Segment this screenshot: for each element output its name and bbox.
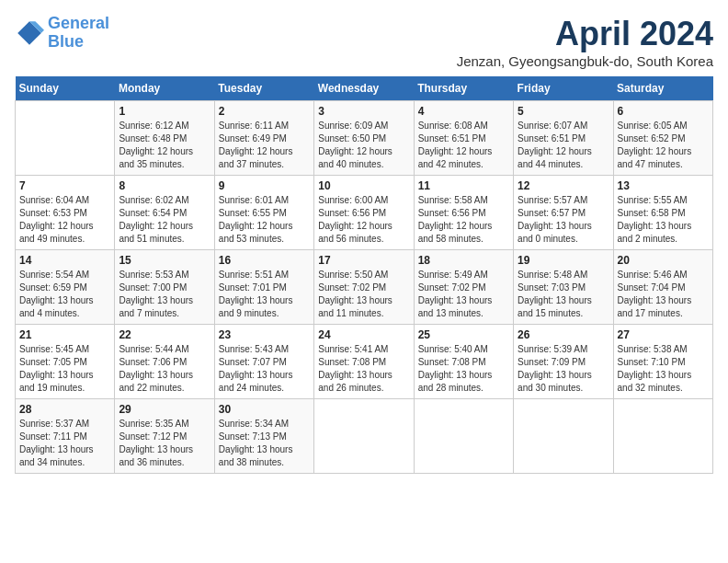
day-number: 27 (618, 328, 709, 341)
day-info: Sunrise: 5:51 AMSunset: 7:01 PMDaylight:… (219, 269, 310, 320)
header-cell-friday: Friday (514, 76, 613, 101)
header-row: SundayMondayTuesdayWednesdayThursdayFrid… (16, 76, 713, 101)
logo-icon (15, 18, 44, 48)
day-cell: 4Sunrise: 6:08 AMSunset: 6:51 PMDaylight… (414, 101, 513, 176)
day-number: 5 (518, 105, 609, 118)
day-number: 16 (219, 254, 310, 267)
day-info: Sunrise: 6:09 AMSunset: 6:50 PMDaylight:… (318, 120, 409, 171)
day-cell: 11Sunrise: 5:58 AMSunset: 6:56 PMDayligh… (414, 176, 513, 250)
week-row-4: 28Sunrise: 5:37 AMSunset: 7:11 PMDayligh… (16, 399, 713, 474)
day-number: 6 (618, 105, 709, 118)
calendar-header: SundayMondayTuesdayWednesdayThursdayFrid… (16, 76, 713, 101)
day-cell: 20Sunrise: 5:46 AMSunset: 7:04 PMDayligh… (613, 250, 712, 325)
day-cell: 18Sunrise: 5:49 AMSunset: 7:02 PMDayligh… (414, 250, 513, 325)
day-number: 23 (219, 328, 310, 341)
page-header: General Blue April 2024 Jenzan, Gyeongsa… (15, 15, 713, 69)
day-number: 3 (318, 105, 409, 118)
day-cell: 24Sunrise: 5:41 AMSunset: 7:08 PMDayligh… (314, 325, 414, 399)
header-cell-thursday: Thursday (414, 76, 513, 101)
day-info: Sunrise: 5:57 AMSunset: 6:57 PMDaylight:… (518, 194, 609, 246)
day-number: 19 (518, 254, 609, 267)
day-cell: 29Sunrise: 5:35 AMSunset: 7:12 PMDayligh… (115, 399, 214, 474)
day-info: Sunrise: 5:39 AMSunset: 7:09 PMDaylight:… (518, 343, 609, 395)
day-info: Sunrise: 6:05 AMSunset: 6:52 PMDaylight:… (618, 120, 709, 171)
day-number: 20 (618, 254, 709, 267)
day-cell: 25Sunrise: 5:40 AMSunset: 7:08 PMDayligh… (414, 325, 513, 399)
day-cell: 5Sunrise: 6:07 AMSunset: 6:51 PMDaylight… (514, 101, 613, 176)
day-info: Sunrise: 6:08 AMSunset: 6:51 PMDaylight:… (418, 120, 509, 171)
day-cell: 2Sunrise: 6:11 AMSunset: 6:49 PMDaylight… (214, 101, 313, 176)
day-number: 21 (19, 328, 110, 341)
day-number: 12 (518, 179, 609, 192)
day-number: 17 (318, 254, 409, 267)
day-info: Sunrise: 6:12 AMSunset: 6:48 PMDaylight:… (119, 120, 210, 171)
day-cell: 23Sunrise: 5:43 AMSunset: 7:07 PMDayligh… (214, 325, 313, 399)
week-row-3: 21Sunrise: 5:45 AMSunset: 7:05 PMDayligh… (16, 325, 713, 399)
day-number: 9 (219, 179, 310, 192)
day-number: 8 (119, 179, 210, 192)
header-cell-sunday: Sunday (16, 76, 115, 101)
day-cell: 1Sunrise: 6:12 AMSunset: 6:48 PMDaylight… (115, 101, 214, 176)
logo-line1: General (48, 14, 109, 32)
day-info: Sunrise: 5:55 AMSunset: 6:58 PMDaylight:… (618, 194, 709, 246)
week-row-1: 7Sunrise: 6:04 AMSunset: 6:53 PMDaylight… (16, 176, 713, 250)
week-row-0: 1Sunrise: 6:12 AMSunset: 6:48 PMDaylight… (16, 101, 713, 176)
main-title: April 2024 (457, 15, 713, 53)
subtitle: Jenzan, Gyeongsangbuk-do, South Korea (457, 53, 713, 69)
day-info: Sunrise: 5:43 AMSunset: 7:07 PMDaylight:… (219, 343, 310, 395)
day-info: Sunrise: 5:37 AMSunset: 7:11 PMDaylight:… (19, 418, 110, 469)
day-info: Sunrise: 5:40 AMSunset: 7:08 PMDaylight:… (418, 343, 509, 395)
day-number: 18 (418, 254, 509, 267)
day-cell: 7Sunrise: 6:04 AMSunset: 6:53 PMDaylight… (16, 176, 115, 250)
day-cell: 6Sunrise: 6:05 AMSunset: 6:52 PMDaylight… (613, 101, 712, 176)
header-cell-wednesday: Wednesday (314, 76, 414, 101)
day-info: Sunrise: 5:50 AMSunset: 7:02 PMDaylight:… (318, 269, 409, 320)
day-cell: 9Sunrise: 6:01 AMSunset: 6:55 PMDaylight… (214, 176, 313, 250)
day-number: 29 (119, 403, 210, 416)
day-info: Sunrise: 6:02 AMSunset: 6:54 PMDaylight:… (119, 194, 210, 246)
day-number: 30 (219, 403, 310, 416)
calendar-table: SundayMondayTuesdayWednesdayThursdayFrid… (15, 76, 713, 474)
day-cell (613, 399, 712, 474)
day-cell: 22Sunrise: 5:44 AMSunset: 7:06 PMDayligh… (115, 325, 214, 399)
day-number: 24 (318, 328, 409, 341)
day-cell (16, 101, 115, 176)
day-cell (414, 399, 513, 474)
day-info: Sunrise: 6:00 AMSunset: 6:56 PMDaylight:… (318, 194, 409, 246)
day-number: 28 (19, 403, 110, 416)
day-info: Sunrise: 5:34 AMSunset: 7:13 PMDaylight:… (219, 418, 310, 469)
day-number: 1 (119, 105, 210, 118)
logo-text: General Blue (48, 15, 109, 52)
week-row-2: 14Sunrise: 5:54 AMSunset: 6:59 PMDayligh… (16, 250, 713, 325)
day-number: 14 (19, 254, 110, 267)
day-number: 7 (19, 179, 110, 192)
day-number: 13 (618, 179, 709, 192)
day-number: 10 (318, 179, 409, 192)
logo: General Blue (15, 15, 109, 52)
day-cell: 10Sunrise: 6:00 AMSunset: 6:56 PMDayligh… (314, 176, 414, 250)
day-info: Sunrise: 5:44 AMSunset: 7:06 PMDaylight:… (119, 343, 210, 395)
header-cell-saturday: Saturday (613, 76, 712, 101)
day-cell (314, 399, 414, 474)
day-cell: 17Sunrise: 5:50 AMSunset: 7:02 PMDayligh… (314, 250, 414, 325)
day-info: Sunrise: 5:54 AMSunset: 6:59 PMDaylight:… (19, 269, 110, 320)
day-info: Sunrise: 5:48 AMSunset: 7:03 PMDaylight:… (518, 269, 609, 320)
day-cell: 8Sunrise: 6:02 AMSunset: 6:54 PMDaylight… (115, 176, 214, 250)
day-info: Sunrise: 6:07 AMSunset: 6:51 PMDaylight:… (518, 120, 609, 171)
day-cell: 28Sunrise: 5:37 AMSunset: 7:11 PMDayligh… (16, 399, 115, 474)
day-cell (514, 399, 613, 474)
day-info: Sunrise: 5:53 AMSunset: 7:00 PMDaylight:… (119, 269, 210, 320)
logo-line2: Blue (48, 32, 84, 51)
day-cell: 16Sunrise: 5:51 AMSunset: 7:01 PMDayligh… (214, 250, 313, 325)
day-cell: 12Sunrise: 5:57 AMSunset: 6:57 PMDayligh… (514, 176, 613, 250)
title-block: April 2024 Jenzan, Gyeongsangbuk-do, Sou… (457, 15, 713, 69)
day-info: Sunrise: 6:11 AMSunset: 6:49 PMDaylight:… (219, 120, 310, 171)
day-number: 2 (219, 105, 310, 118)
day-cell: 30Sunrise: 5:34 AMSunset: 7:13 PMDayligh… (214, 399, 313, 474)
day-cell: 27Sunrise: 5:38 AMSunset: 7:10 PMDayligh… (613, 325, 712, 399)
day-number: 25 (418, 328, 509, 341)
day-info: Sunrise: 5:58 AMSunset: 6:56 PMDaylight:… (418, 194, 509, 246)
day-info: Sunrise: 5:45 AMSunset: 7:05 PMDaylight:… (19, 343, 110, 395)
day-number: 15 (119, 254, 210, 267)
day-info: Sunrise: 5:41 AMSunset: 7:08 PMDaylight:… (318, 343, 409, 395)
